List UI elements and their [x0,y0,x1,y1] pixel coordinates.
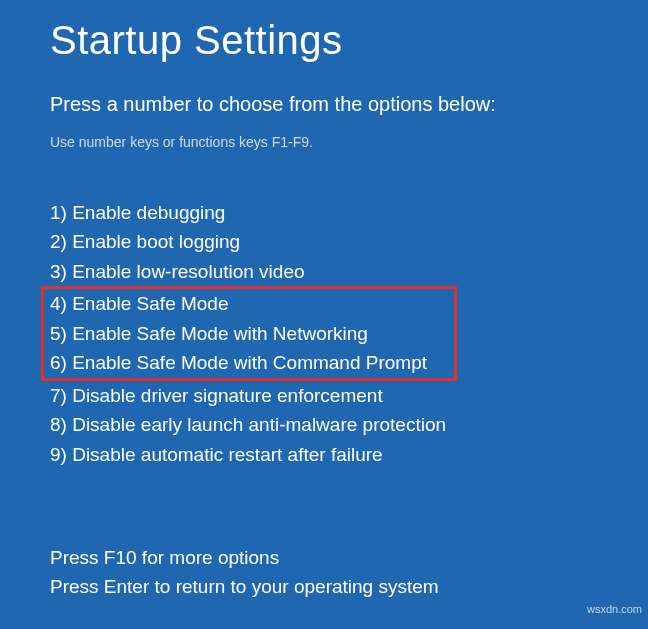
page-title: Startup Settings [50,18,598,63]
highlight-box: 4) Enable Safe Mode 5) Enable Safe Mode … [41,286,457,380]
option-enable-safe-mode-command-prompt[interactable]: 6) Enable Safe Mode with Command Prompt [50,348,448,377]
watermark-text: wsxdn.com [587,603,642,615]
options-list: 1) Enable debugging 2) Enable boot loggi… [50,198,598,469]
option-enable-debugging[interactable]: 1) Enable debugging [50,198,598,227]
option-disable-driver-signature[interactable]: 7) Disable driver signature enforcement [50,381,598,410]
instruction-text: Press a number to choose from the option… [50,93,598,116]
option-disable-anti-malware[interactable]: 8) Disable early launch anti-malware pro… [50,410,598,439]
option-enable-safe-mode[interactable]: 4) Enable Safe Mode [50,289,448,318]
option-disable-automatic-restart[interactable]: 9) Disable automatic restart after failu… [50,440,598,469]
option-enable-safe-mode-networking[interactable]: 5) Enable Safe Mode with Networking [50,319,448,348]
option-enable-low-resolution-video[interactable]: 3) Enable low-resolution video [50,257,598,286]
hint-text: Use number keys or functions keys F1-F9. [50,134,598,150]
footer-enter-text: Press Enter to return to your operating … [50,573,439,602]
footer-f10-text: Press F10 for more options [50,544,439,573]
option-enable-boot-logging[interactable]: 2) Enable boot logging [50,227,598,256]
footer-instructions: Press F10 for more options Press Enter t… [50,544,439,601]
